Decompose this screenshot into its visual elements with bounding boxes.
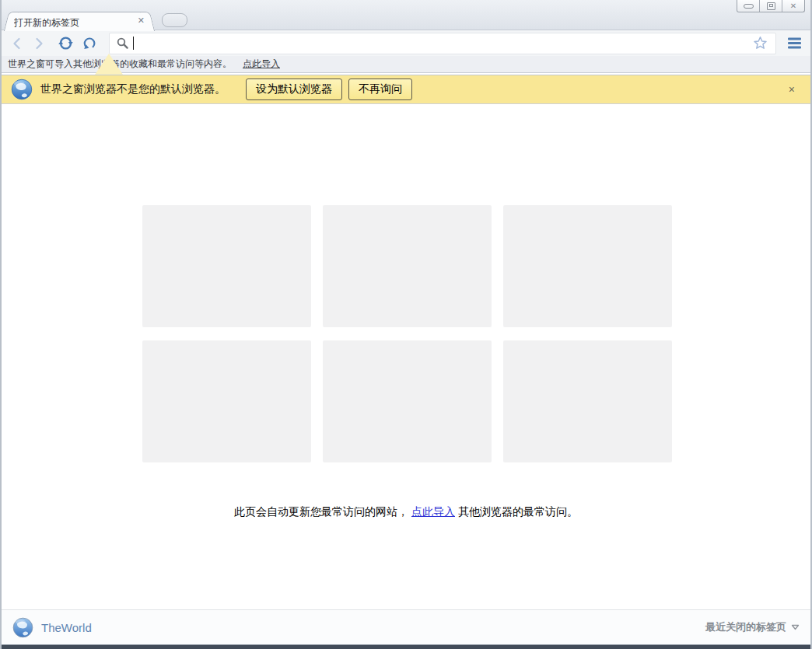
hint-text-after: 其他浏览器的最常访问。 — [458, 505, 578, 518]
minimize-button[interactable] — [737, 0, 759, 12]
maximize-button[interactable] — [759, 0, 782, 12]
back-button[interactable] — [8, 33, 26, 54]
top-site-tile[interactable] — [503, 340, 672, 462]
titlebar: ✕ 打开新的标签页 ✕ — [2, 0, 810, 30]
tab-title: 打开新的标签页 — [14, 16, 79, 30]
globe-icon — [11, 79, 33, 100]
search-icon — [116, 37, 129, 50]
tab-new-tab-page[interactable]: 打开新的标签页 ✕ — [12, 12, 146, 31]
top-site-tile[interactable] — [323, 205, 492, 327]
notification-close-icon[interactable]: × — [789, 84, 795, 95]
hamburger-icon — [787, 37, 802, 49]
chevron-left-icon — [10, 37, 24, 51]
set-default-browser-button[interactable]: 设为默认浏览器 — [246, 79, 342, 100]
top-site-tile[interactable] — [142, 205, 311, 327]
top-site-tile[interactable] — [323, 340, 492, 462]
maximize-icon — [767, 2, 775, 10]
close-window-button[interactable]: ✕ — [782, 0, 804, 12]
tab-close-icon[interactable]: ✕ — [138, 16, 145, 26]
top-site-tile[interactable] — [503, 205, 672, 327]
brand-label: TheWorld — [41, 621, 92, 634]
footer-bar: TheWorld 最近关闭的标签页 — [2, 609, 810, 644]
browser-window: ✕ 打开新的标签页 ✕ — [0, 0, 812, 649]
top-site-tile[interactable] — [142, 340, 311, 462]
window-controls: ✕ — [737, 0, 805, 12]
forward-button[interactable] — [30, 33, 48, 54]
globe-icon — [12, 617, 33, 638]
chevron-right-icon — [32, 37, 46, 51]
callout-pointer-up — [95, 54, 123, 75]
import-hint: 此页会自动更新您最常访问的网站， 点此导入 其他浏览器的最常访问。 — [2, 505, 810, 519]
default-browser-notification: 世界之窗浏览器不是您的默认浏览器。 设为默认浏览器 不再询问 × — [2, 75, 810, 104]
minimize-icon — [744, 4, 754, 9]
text-caret — [133, 37, 134, 50]
window-frame-bottom — [2, 644, 810, 649]
close-icon: ✕ — [790, 2, 796, 10]
reload-icon — [58, 35, 74, 51]
star-icon — [753, 36, 768, 51]
import-link[interactable]: 点此导入 — [243, 58, 280, 71]
triangle-down-icon — [791, 624, 800, 630]
dont-ask-again-button[interactable]: 不再询问 — [348, 79, 412, 100]
recently-closed-label: 最近关闭的标签页 — [705, 620, 786, 634]
menu-button[interactable] — [782, 33, 806, 54]
navigation-toolbar — [2, 30, 810, 56]
bookmark-button[interactable] — [751, 34, 769, 53]
new-tab-button[interactable] — [162, 13, 187, 27]
address-bar[interactable] — [109, 33, 776, 54]
notification-message: 世界之窗浏览器不是您的默认浏览器。 — [40, 82, 226, 96]
top-sites-grid — [142, 205, 672, 462]
recently-closed-tabs-button[interactable]: 最近关闭的标签页 — [705, 620, 800, 634]
address-input[interactable] — [135, 37, 751, 50]
import-infobar: 世界之窗可导入其他浏览器的收藏和最常访问等内容。 点此导入 — [2, 56, 810, 73]
reload-button[interactable] — [56, 33, 75, 54]
undo-arrow-icon — [82, 36, 98, 51]
hint-text-before: 此页会自动更新您最常访问的网站， — [234, 505, 408, 518]
undo-close-button[interactable] — [81, 33, 100, 54]
hint-import-link[interactable]: 点此导入 — [411, 505, 455, 518]
